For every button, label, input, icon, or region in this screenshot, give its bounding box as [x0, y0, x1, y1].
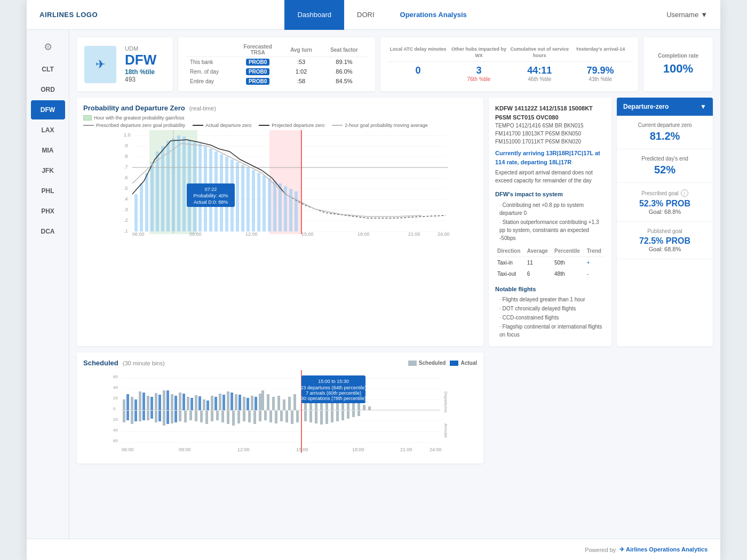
departure-header[interactable]: Departure-zero ▼ — [617, 98, 713, 116]
probability-chart-title: Probability and Departure Zero (real-tim… — [83, 104, 477, 112]
svg-rect-185 — [357, 411, 360, 416]
svg-text:20: 20 — [113, 417, 118, 422]
dfw-name: DFW — [125, 52, 156, 68]
svg-rect-134 — [352, 402, 355, 410]
svg-rect-115 — [255, 397, 257, 410]
sidebar-item-phl[interactable]: PHL — [31, 181, 65, 201]
svg-rect-155 — [195, 411, 197, 421]
svg-rect-112 — [243, 397, 245, 410]
svg-rect-97 — [182, 394, 185, 410]
svg-rect-166 — [253, 411, 256, 424]
sidebar-item-phx[interactable]: PHX — [31, 202, 65, 221]
local-val-1: 3 76th %tile — [449, 65, 510, 82]
svg-rect-176 — [309, 411, 312, 422]
sidebar-item-dfw[interactable]: DFW — [31, 100, 65, 119]
svg-rect-163 — [237, 411, 240, 423]
user-menu[interactable]: Username ▼ — [666, 11, 708, 19]
svg-text:.4: .4 — [124, 196, 128, 202]
legend-prescribed: Prescribed departure zero goal probabili… — [83, 123, 185, 128]
probability-svg: 1.0 .9 .8 .7 .6 .5 .4 .3 .2 .1 — [83, 130, 477, 237]
svg-rect-170 — [275, 411, 277, 423]
svg-rect-136 — [363, 405, 365, 410]
trsa-header-forecasted: ForecastedTRSA — [234, 43, 282, 57]
local-header-2: Cumulative out of service hours — [509, 46, 570, 59]
svg-rect-93 — [166, 390, 169, 410]
svg-rect-140 — [131, 411, 133, 424]
taxi-table: Direction Average Percentile Trend Taxi-… — [495, 245, 605, 279]
svg-rect-53 — [263, 175, 266, 231]
svg-rect-168 — [264, 411, 267, 420]
powered-by-text: Powered by — [585, 547, 616, 553]
sidebar-item-jfk[interactable]: JFK — [31, 161, 65, 180]
svg-text:.6: .6 — [124, 175, 128, 180]
svg-rect-165 — [248, 411, 251, 422]
sidebar: ⚙ CLT ORD DFW LAX MIA JFK PHL PHX DCA — [27, 30, 69, 539]
sidebar-item-dca[interactable]: DCA — [31, 222, 65, 241]
svg-rect-87 — [142, 393, 145, 410]
bottom-bar: Powered by ✈ Airlines Operations Analyti… — [27, 539, 720, 560]
svg-text:12:00: 12:00 — [237, 447, 250, 452]
settings-icon[interactable]: ⚙ — [35, 36, 61, 58]
sidebar-item-lax[interactable]: LAX — [31, 121, 65, 140]
main-content: ✈ UDM DFW 18th %tile 493 — [69, 30, 720, 539]
notable-bullet-1: DOT chronically delayed flights — [499, 305, 605, 313]
svg-rect-58 — [289, 189, 292, 231]
sidebar-item-mia[interactable]: MIA — [31, 141, 65, 160]
metar-line-1: FM141700 18013KT P6SM BKN050 — [495, 130, 605, 138]
info-icon-prescribed[interactable]: i — [681, 189, 688, 197]
svg-rect-144 — [147, 411, 149, 420]
scheduled-svg: 60 40 20 0 20 40 60 Departures Arrivals — [83, 370, 477, 455]
trsa-avgturn-1: 1:02 — [282, 67, 321, 76]
local-atc-card: Local ATC delay minutes Other hubs impac… — [380, 37, 638, 91]
brand-logo: ✈ Airlines Operations Analytics — [618, 546, 708, 553]
svg-rect-95 — [174, 396, 177, 410]
trsa-table: ForecastedTRSA Avg turn Seat factor This… — [186, 43, 368, 86]
departure-zero-panel: Departure-zero ▼ Current departure zero … — [617, 98, 713, 346]
svg-rect-32 — [150, 162, 154, 231]
svg-rect-139 — [126, 411, 129, 420]
svg-rect-31 — [145, 173, 148, 231]
trsa-seatfactor-1: 86.0% — [321, 67, 367, 76]
svg-text:06:00: 06:00 — [132, 231, 145, 237]
trsa-row-label-0: This bank — [186, 57, 234, 67]
chevron-down-icon: ▼ — [700, 103, 706, 110]
tab-operations-analysis[interactable]: Operations Analysis — [387, 0, 480, 30]
scheduled-right-panel-spacer — [617, 353, 713, 463]
svg-rect-104 — [211, 396, 213, 410]
tab-dori[interactable]: DORI — [344, 0, 387, 30]
svg-rect-38 — [182, 137, 186, 231]
svg-rect-91 — [158, 395, 161, 410]
svg-text:06:00: 06:00 — [122, 447, 134, 452]
svg-rect-82 — [123, 399, 125, 410]
svg-rect-156 — [200, 411, 203, 422]
svg-rect-174 — [296, 411, 299, 422]
sidebar-item-ord[interactable]: ORD — [31, 80, 65, 99]
svg-rect-85 — [134, 399, 137, 410]
taxi-col-average: Average — [525, 245, 552, 257]
dfw-card: ✈ UDM DFW 18th %tile 493 — [77, 37, 173, 91]
svg-text:Probability: 40%: Probability: 40% — [193, 193, 228, 198]
svg-rect-90 — [155, 393, 157, 410]
dep-published-section: Published goal 72.5% PROB Goal: 68.8% — [617, 222, 713, 259]
svg-text:Arrivals: Arrivals — [443, 423, 448, 438]
svg-rect-99 — [190, 398, 193, 410]
svg-text:12:00: 12:00 — [245, 231, 258, 237]
svg-text:09:00: 09:00 — [179, 447, 191, 452]
svg-rect-35 — [166, 141, 170, 231]
svg-text:30 operations (78th percentile: 30 operations (78th percentile) — [301, 396, 366, 401]
svg-text:23 departures (84th percentile: 23 departures (84th percentile) — [300, 385, 366, 390]
svg-rect-100 — [195, 395, 197, 410]
svg-rect-178 — [320, 411, 323, 425]
svg-rect-86 — [139, 391, 141, 410]
tab-dashboard[interactable]: Dashboard — [284, 0, 344, 30]
dep-published-label: Published goal — [623, 228, 706, 234]
dep-published-prob: 72.5% PROB — [623, 236, 706, 246]
notable-bullet-2: CCD-constrained flights — [499, 314, 605, 322]
svg-rect-159 — [216, 411, 219, 420]
svg-rect-89 — [150, 397, 153, 410]
nav-tabs: Dashboard DORI Operations Analysis — [284, 0, 479, 30]
sidebar-item-clt[interactable]: CLT — [31, 60, 65, 79]
svg-rect-158 — [211, 411, 213, 421]
svg-text:.3: .3 — [124, 207, 128, 212]
svg-text:07:22: 07:22 — [205, 187, 217, 192]
